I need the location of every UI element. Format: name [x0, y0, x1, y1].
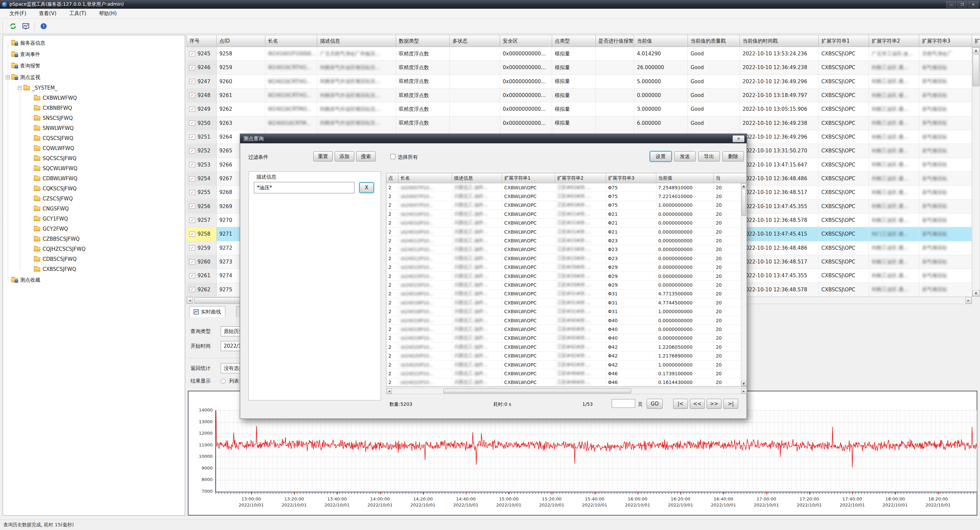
page-nav-button-1[interactable]: <<	[690, 399, 705, 409]
column-header-0[interactable]: 序号	[186, 35, 217, 47]
sidebar-item-CQKSCSJFWQ[interactable]: CQKSCSJFWQ	[3, 184, 185, 194]
scroll-down-icon[interactable]: ▼	[972, 291, 980, 296]
scrollbar-thumb[interactable]	[741, 189, 746, 216]
menu-item-0[interactable]: 文件(F)	[10, 10, 26, 17]
scroll-up-icon[interactable]: ▲	[972, 47, 980, 53]
table-row[interactable]: ✓92459258W241601P10000...广元天然气净化厂外输压...双…	[186, 47, 980, 61]
select-all-checkbox[interactable]	[390, 154, 395, 159]
result-row[interactable]: 2\A24007P10...川西北工.油作...CXBWLW\OPC工区#63#…	[387, 192, 746, 201]
sidebar-item-服务器信息[interactable]: 服务器信息	[3, 37, 185, 49]
column-header-1[interactable]: 点ID	[217, 35, 265, 47]
dialog-button-添加[interactable]: 添加	[335, 152, 354, 161]
column-header-15[interactable]: 扩	[972, 35, 980, 47]
sidebar-item-测点收藏[interactable]: 测点收藏	[3, 274, 185, 286]
dialog-button-发送[interactable]: 发送	[674, 152, 695, 161]
column-header-10[interactable]: 当前值的质量戳	[688, 35, 740, 47]
sidebar-item-SNSCSJFWQ[interactable]: SNSCSJFWQ	[3, 113, 185, 123]
scrollbar-thumb[interactable]	[443, 389, 631, 393]
result-row[interactable]: 2\A24015P10...川西北工.油作...CXBWLW\OPC工区#29#…	[387, 272, 746, 281]
result-column-header-6[interactable]: 当前值	[656, 173, 714, 183]
sidebar-item-CDBWLWFWQ[interactable]: CDBWLWFWQ	[3, 174, 185, 184]
table-row[interactable]: ✓92489261W24016CRTHO...剑阁采气作业区增压站压...双精度…	[186, 89, 980, 102]
scrollbar-thumb[interactable]	[973, 54, 979, 86]
page-nav-button-2[interactable]: >>	[707, 399, 721, 409]
result-column-header-7[interactable]: 当	[714, 173, 746, 183]
result-row[interactable]: 2\A24022P10...川西北工.油作...CXBWLW\OPC工区#46#…	[387, 378, 746, 387]
dialog-button-设置[interactable]: 设置	[650, 152, 671, 161]
minimize-icon[interactable]: —	[946, 2, 956, 8]
sidebar-item-CDBSCSJFWQ[interactable]: CDBSCSJFWQ	[3, 254, 185, 264]
dialog-button-导出[interactable]: 导出	[698, 152, 720, 161]
sidebar-item-测点监视[interactable]: −测点监视	[3, 72, 185, 83]
sidebar-item-CZBBSCSJFWQ[interactable]: CZBBSCSJFWQ	[3, 234, 185, 244]
sidebar-item-查询报警[interactable]: 查询报警	[3, 60, 185, 72]
sidebar-item-CXBNBFWQ[interactable]: CXBNBFWQ	[3, 103, 185, 113]
result-row[interactable]: 2\A24010P10...川西北工.油作...CXBWLW\OPC工区#21#…	[387, 210, 746, 219]
result-column-header-4[interactable]: 扩展字符串2	[555, 173, 606, 183]
sidebar-item-查询事件[interactable]: 查询事件	[3, 49, 185, 60]
curve-monitor-icon[interactable]	[22, 22, 30, 30]
sidebar-item-CQWLWFWQ[interactable]: CQWLWFWQ	[3, 143, 185, 153]
maximize-icon[interactable]: ❐	[957, 2, 967, 8]
menu-item-2[interactable]: 工具(T)	[69, 10, 86, 17]
dialog-button-删除[interactable]: 删除	[722, 152, 744, 161]
column-header-14[interactable]: 扩展字符串3	[919, 35, 972, 47]
go-button[interactable]: GO	[647, 399, 663, 409]
sidebar-item-SQCSCSJFWQ[interactable]: SQCSCSJFWQ	[3, 153, 185, 163]
dialog-button-搜索[interactable]: 搜索	[356, 152, 375, 161]
column-header-9[interactable]: 当前值	[634, 35, 688, 47]
results-vertical-scrollbar[interactable]: ▲ ▼	[741, 183, 746, 386]
result-row[interactable]: 2\A24015P10...川西北工.油作...CXBWLW\OPC工区#29#…	[387, 281, 746, 289]
sidebar-item-CXBSCSJFWQ[interactable]: CXBSCSJFWQ	[3, 264, 185, 274]
column-header-4[interactable]: 数据类型	[396, 35, 450, 47]
sidebar-item-CQSCSJFWQ[interactable]: CQSCSJFWQ	[3, 133, 185, 143]
results-horizontal-scrollbar[interactable]: ◄ ►	[386, 388, 747, 394]
dialog-button-重置[interactable]: 重置	[313, 152, 333, 161]
table-row[interactable]: ✓92509263W240016CRTM...剑阁采气作业区增压站压...双精度…	[186, 117, 980, 130]
scroll-right-icon[interactable]: ►	[741, 388, 746, 394]
result-column-header-1[interactable]: 长名	[398, 173, 452, 183]
clear-filter-button[interactable]: X	[360, 183, 374, 193]
table-row[interactable]: ✓92499262W24016CRTMO...剑阁采气作业区增压站压...双精度…	[186, 102, 980, 116]
sidebar-item-SQCWLWFWQ[interactable]: SQCWLWFWQ	[3, 163, 185, 174]
page-nav-button-3[interactable]: >|	[724, 399, 738, 409]
scroll-left-icon[interactable]: ◄	[387, 388, 392, 394]
result-row[interactable]: 2\A24018P10...川西北工.油作...CXBWLW\OPC工区#31#…	[387, 290, 746, 299]
column-header-11[interactable]: 当前值的时间戳	[740, 35, 819, 47]
result-row[interactable]: 2\A24018P10...川西北工.油作...CXBWLW\OPC工区#31#…	[387, 299, 746, 307]
table-row[interactable]: ✓92479260W24016CRTHO...剑阁采气作业区增压站压...双精度…	[186, 75, 980, 89]
column-header-8[interactable]: 是否进行值报警	[596, 35, 634, 47]
sidebar-item-SNWLWFWQ[interactable]: SNWLWFWQ	[3, 123, 185, 133]
column-header-13[interactable]: 扩展字符串2	[869, 35, 919, 47]
scroll-left-icon[interactable]: ◄	[187, 297, 193, 304]
result-row[interactable]: 2\A24020P10...川西北工.油作...CXBWLW\OPC工区#42#…	[387, 361, 746, 369]
sidebar-item-CXBWLWFWQ[interactable]: CXBWLWFWQ	[3, 93, 185, 103]
refresh-icon[interactable]	[9, 22, 17, 30]
sidebar-item-GCY1FWQ[interactable]: GCY1FWQ	[3, 214, 185, 224]
collapse-icon[interactable]: −	[18, 86, 22, 90]
result-row[interactable]: 2\A24019P10...川西北工.油作...CXBWLW\OPC工区#40#…	[387, 334, 746, 343]
column-header-5[interactable]: 多状态	[450, 35, 500, 47]
page-nav-button-0[interactable]: |<	[673, 399, 688, 409]
result-row[interactable]: 2\A24020P10...川西北工.油作...CXBWLW\OPC工区#42#…	[387, 343, 746, 351]
sidebar-item-CQJHZCSCSJFWQ[interactable]: CQJHZCSCSJFWQ	[3, 244, 185, 254]
sidebar-item-CZSCSJFWQ[interactable]: CZSCSJFWQ	[3, 194, 185, 204]
result-row[interactable]: 2\A24007P10...川西北工.油作...CXBWLW\OPC工区#63#…	[387, 183, 746, 192]
result-row[interactable]: 2\A24007P10...川西北工.油作...CXBWLW\OPC工区#63#…	[387, 201, 746, 210]
column-header-2[interactable]: 长名	[265, 35, 317, 47]
tab-realtime-curve[interactable]: 实时曲线	[189, 306, 225, 317]
result-row[interactable]: 2\A24020P10...川西北工.油作...CXBWLW\OPC工区#42#…	[387, 351, 746, 360]
scroll-up-icon[interactable]: ▲	[741, 183, 746, 188]
sidebar-item-CNGSFWQ[interactable]: CNGSFWQ	[3, 204, 185, 214]
sidebar-item-_SYSTEM_[interactable]: −_SYSTEM_	[3, 83, 185, 93]
result-row[interactable]: 2\A24015P10...川西北工.油作...CXBWLW\OPC工区#29#…	[387, 263, 746, 272]
result-column-header-0[interactable]: 点	[387, 173, 398, 183]
dialog-title-bar[interactable]: 测点查询 ✕	[240, 134, 746, 143]
close-icon[interactable]: ✕	[968, 2, 978, 8]
sidebar-item-GCY2FWQ[interactable]: GCY2FWQ	[3, 224, 185, 234]
result-row[interactable]: 2\A24012P10...川西北工.油作...CXBWLW\OPC工区#23#…	[387, 236, 746, 245]
column-header-3[interactable]: 描述信息	[317, 35, 396, 47]
menu-item-1[interactable]: 查看(V)	[39, 10, 56, 17]
table-row[interactable]: ✓92469259W24016CRTHO...剑阁采气作业区增压站压...双精度…	[186, 61, 980, 75]
help-icon[interactable]: ?	[40, 22, 48, 30]
